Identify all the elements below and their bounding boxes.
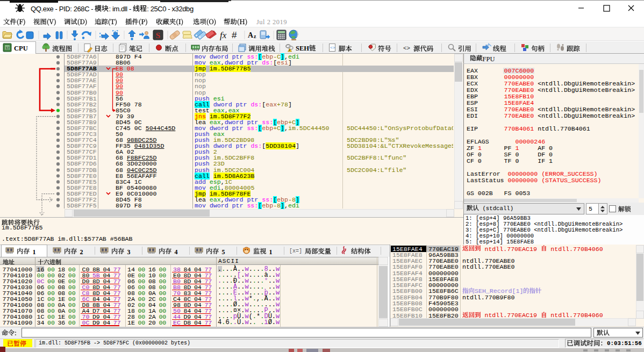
svg-text:#: #	[232, 30, 237, 40]
svg-text:z: z	[254, 33, 256, 39]
svg-text:<>: <>	[330, 45, 335, 50]
svg-text:S: S	[156, 31, 160, 40]
svg-text:32: 32	[5, 46, 10, 50]
svg-text:fx: fx	[220, 30, 227, 40]
svg-text:<>: <>	[403, 45, 410, 51]
svg-text:A: A	[248, 31, 254, 39]
svg-text:[x=]: [x=]	[289, 248, 302, 254]
